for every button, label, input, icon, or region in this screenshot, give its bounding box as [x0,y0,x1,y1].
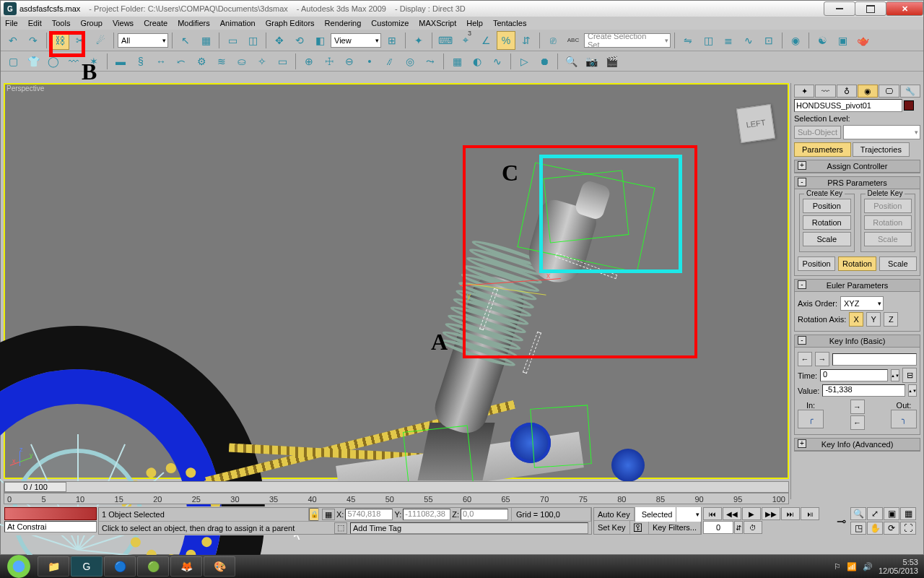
carwheel-button[interactable]: ◎ [401,52,419,71]
lin-dashpot-button[interactable]: ↔ [152,52,170,71]
prev-key-button[interactable]: ← [798,352,812,366]
menu-maxscript[interactable]: MAXScript [419,19,456,27]
coord-x-field[interactable]: 5740,818 [345,509,393,520]
material-editor-button[interactable]: ◉ [786,31,805,50]
plane-button[interactable]: ▬ [111,52,130,71]
frame-spinner[interactable]: ⇵ [734,521,743,534]
tangent-copy-in-button[interactable]: → [850,400,865,414]
selection-filter-dropdown[interactable]: All [118,33,168,48]
taskbar-app-icon[interactable]: 🔵 [104,556,136,577]
axis-z-button[interactable]: Z [884,312,898,327]
script-listener[interactable]: At Constrai [4,521,97,532]
coord-z-field[interactable]: 0,0 [461,509,508,520]
menu-tools[interactable]: Tools [52,19,71,27]
orbit-button[interactable]: ⟳ [884,522,899,535]
redo-button[interactable]: ↷ [24,31,43,50]
menu-group[interactable]: Group [80,19,103,27]
create-scale-key-button[interactable]: Scale [803,232,851,246]
key-filters-button[interactable]: Key Filters... [649,521,701,534]
analyze-button[interactable]: 🔍 [562,52,580,71]
motor-button[interactable]: ⚙ [192,52,211,71]
value-field[interactable]: -51,338 [822,384,905,397]
realtime-button[interactable]: 🎬 [602,52,621,71]
snap-toggle-button[interactable]: ⌖3 [456,31,475,50]
const-solver-button[interactable]: ⊕ [300,52,318,71]
trajectories-tab[interactable]: Trajectories [853,142,910,157]
rope-mod-button[interactable]: ∿ [488,52,507,71]
render-button[interactable]: 🫖 [853,31,872,50]
menu-tentacles[interactable]: Tentacles [493,19,526,27]
coord-mode-button[interactable]: ▦ [322,509,335,520]
named-sel-set-button[interactable]: ABC [564,31,583,50]
system-tray[interactable]: ⚐ 📶 🔊 5:5312/05/2013 [834,558,924,575]
set-key-button[interactable]: Set Key [594,521,630,534]
move-button[interactable]: ✥ [270,31,289,50]
wind-button[interactable]: ≋ [212,52,231,71]
align-button[interactable]: ◫ [699,31,718,50]
rendered-frame-button[interactable]: ▣ [833,31,852,50]
select-by-name-button[interactable]: ▦ [196,31,215,50]
point-point-button[interactable]: • [360,52,379,71]
menu-views[interactable]: Views [113,19,134,27]
menu-animation[interactable]: Animation [220,19,256,27]
play-button[interactable]: ▶ [742,507,761,520]
spring-button[interactable]: § [131,52,150,71]
set-key-icon[interactable]: ⚿ [630,521,649,534]
angle-snap-button[interactable]: ∠ [476,31,495,50]
tray-flag-icon[interactable]: ⚐ [834,562,841,571]
menu-customize[interactable]: Customize [371,19,409,27]
edit-named-sel-button[interactable]: ⎚ [544,31,562,50]
next-frame-button[interactable]: ▶▶ [762,507,780,520]
rotation-toggle[interactable]: Rotation [838,256,876,271]
time-spinner[interactable]: ▲▼ [891,369,899,381]
zoom-all-button[interactable]: ⤢ [867,507,883,520]
keymode-dropdown[interactable]: Selected [635,507,701,522]
fov-button[interactable]: ◳ [850,522,866,535]
rigid-body-button[interactable]: ▢ [4,52,22,71]
window-crossing-button[interactable]: ◫ [243,31,262,50]
axis-x-button[interactable]: X [849,312,863,327]
preview-anim-button[interactable]: ▷ [515,52,533,71]
time-slider-thumb[interactable]: 0 / 100 [4,482,66,492]
auto-key-button[interactable]: Auto Key [594,508,635,520]
tab-display[interactable]: 🖵 [879,85,899,98]
render-setup-button[interactable]: ☯ [813,31,832,50]
value-spinner[interactable]: ▲▼ [908,384,917,397]
time-slider[interactable]: 0 / 100 [4,481,789,493]
menu-modifiers[interactable]: Modifiers [178,19,210,27]
toy-car-button[interactable]: ⛀ [232,52,251,71]
tab-create[interactable]: ✦ [794,85,814,98]
zoom-button[interactable]: 🔍 [850,507,866,520]
taskbar-explorer-icon[interactable]: 📁 [38,556,69,577]
select-object-button[interactable]: ↖ [176,31,195,50]
ragdoll-button[interactable]: ☩ [320,52,339,71]
scale-toggle[interactable]: Scale [879,256,917,271]
time-ruler[interactable]: 0510152025303540455055606570758085909510… [4,493,789,504]
rollout-title[interactable]: Key Info (Basic) [829,337,886,345]
cloth-mod-button[interactable]: ▦ [448,52,466,71]
tray-volume-icon[interactable]: 🔊 [863,562,873,571]
parameters-tab[interactable]: Parameters [794,142,851,157]
tray-network-icon[interactable]: 📶 [847,562,857,571]
out-tangent-button[interactable]: ╮ [891,410,917,428]
zoom-extents-button[interactable]: ▣ [884,507,899,520]
create-anim-button[interactable]: ⏺ [535,52,554,71]
menu-grapheditors[interactable]: Graph Editors [266,19,315,27]
softbody-mod-button[interactable]: ◐ [468,52,487,71]
select-manipulate-button[interactable]: ✦ [409,31,428,50]
schematic-button[interactable]: ⊡ [759,31,778,50]
curve-editor-button[interactable]: ∿ [739,31,758,50]
water-button[interactable]: ▭ [273,52,292,71]
tray-clock[interactable]: 5:5312/05/2013 [879,558,918,575]
menu-help[interactable]: Help [466,19,483,27]
cloth-col-button[interactable]: 👕 [24,52,43,71]
position-toggle[interactable]: Position [798,256,835,271]
spinner-snap-button[interactable]: ⇵ [517,31,536,50]
ref-coord-dropdown[interactable]: View [331,33,381,48]
tab-utilities[interactable]: 🔧 [900,85,920,98]
axis-y-button[interactable]: Y [866,312,881,327]
prev-frame-button[interactable]: ◀◀ [723,507,741,520]
rotate-button[interactable]: ⟲ [290,31,309,50]
menu-create[interactable]: Create [144,19,167,27]
percent-snap-button[interactable]: % [497,31,515,50]
